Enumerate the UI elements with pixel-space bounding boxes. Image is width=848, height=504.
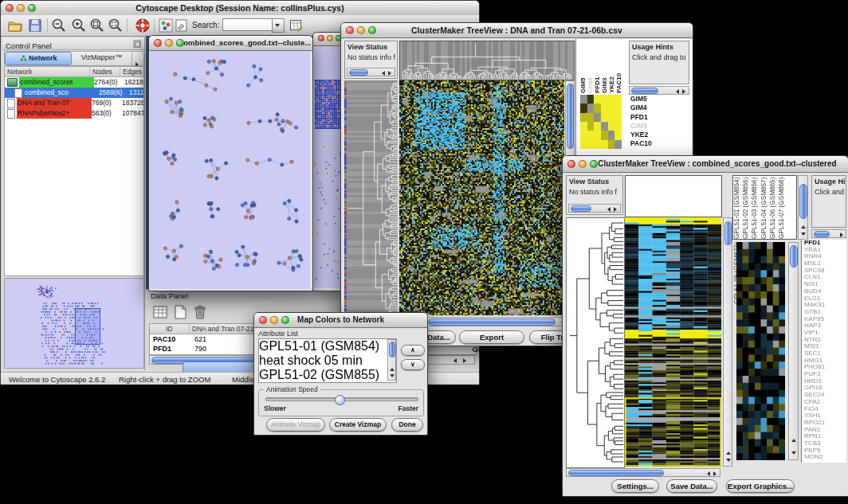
close-button[interactable] (259, 316, 267, 324)
slider-thumb[interactable] (335, 395, 345, 405)
list-item[interactable]: GIM4 (587, 42, 595, 93)
scroll-left-icon[interactable] (676, 89, 679, 94)
scroll-right-icon[interactable] (614, 207, 617, 212)
main-titlebar[interactable]: Cytoscape Desktop (Session Name: collins… (1, 1, 479, 16)
minimize-button[interactable] (270, 316, 278, 324)
tab-overflow-button[interactable] (132, 52, 143, 65)
delete-attribute-trash-icon[interactable] (192, 304, 208, 320)
close-button[interactable] (154, 39, 162, 47)
row-dendrogram-canvas[interactable] (566, 217, 625, 468)
col-header-network[interactable]: Network (5, 67, 90, 76)
zoom-window-button[interactable] (28, 4, 36, 12)
move-up-button[interactable]: ∧ (401, 345, 425, 356)
zoom-selected-icon[interactable] (108, 18, 124, 33)
list-item[interactable]: GPL51-02 (GSM855) heat shock 10 min (259, 368, 396, 383)
scroll-up-icon[interactable] (791, 439, 796, 442)
zoom-fit-icon[interactable] (89, 18, 105, 33)
list-item[interactable]: GPL51-02 (GSM855) (743, 177, 752, 239)
attribute-table-icon[interactable] (289, 18, 304, 33)
usage-hints-scrollbar[interactable] (811, 229, 846, 238)
array-summary-heatmap-canvas[interactable] (736, 242, 785, 460)
zoom-window-button[interactable] (368, 26, 376, 34)
annotation-icon[interactable] (175, 18, 189, 33)
gene-correlation-matrix[interactable] (580, 95, 622, 149)
summary-vscrollbar[interactable] (788, 242, 799, 460)
heatmap-vscrollbar[interactable] (723, 217, 732, 467)
scroll-thumb[interactable] (631, 88, 658, 94)
scroll-left-icon[interactable] (382, 71, 385, 76)
scroll-up-icon[interactable] (801, 225, 806, 229)
tab-network[interactable]: Network (5, 52, 72, 65)
list-item[interactable]: GPL51-01 (GSM854) heat shock 05 min (259, 339, 396, 368)
heatmap-hscrollbar[interactable] (566, 468, 720, 477)
scroll-thumb[interactable] (724, 221, 732, 245)
settings-button[interactable]: Settings... (611, 479, 659, 493)
row-dendrogram-canvas[interactable] (344, 80, 398, 315)
close-button[interactable] (346, 26, 354, 34)
search-dropdown-button[interactable] (272, 18, 285, 33)
export-graphics-button[interactable]: Export Graphics... (726, 479, 795, 493)
list-item[interactable]: GPL51-06 (GSM865) (770, 177, 779, 239)
search-input[interactable] (222, 18, 273, 31)
scroll-down-icon[interactable] (791, 451, 796, 455)
list-item[interactable]: PAC10 (616, 42, 623, 93)
scroll-up-icon[interactable] (390, 368, 395, 371)
network-row[interactable]: DNA and Tran 07 769(0) 183728(0) (5, 98, 143, 108)
network-row[interactable]: combined_sco 2569(6) 13112(15) (5, 88, 143, 98)
view-status-scrollbar[interactable] (347, 68, 395, 76)
list-item[interactable]: GPL51-04 (GSM857) (761, 177, 770, 239)
scroll-thumb[interactable] (349, 69, 368, 76)
list-item[interactable]: GIM5 (580, 42, 587, 93)
vizmapper-icon[interactable] (159, 18, 173, 33)
network-row[interactable]: combined_scores 2764(0) 16218(0) (5, 77, 143, 88)
scroll-down-icon[interactable] (801, 232, 806, 236)
column-labels-vscrollbar[interactable] (798, 175, 808, 240)
col-header-edges[interactable]: Edges (120, 67, 143, 76)
list-item[interactable]: GIM4 (630, 104, 686, 112)
heatmap-canvas[interactable] (399, 80, 564, 315)
scroll-thumb[interactable] (568, 470, 664, 476)
float-panel-icon[interactable] (133, 40, 141, 48)
view-status-scrollbar[interactable] (568, 204, 621, 213)
close-button[interactable] (567, 160, 575, 168)
tab-vizmapper[interactable]: VizMapper™ (72, 52, 132, 65)
zoom-window-button[interactable] (281, 316, 289, 324)
column-dendrogram-area[interactable] (625, 175, 722, 217)
scroll-thumb[interactable] (790, 245, 798, 268)
minimize-button[interactable] (579, 160, 587, 168)
zoom-window-button[interactable] (590, 160, 598, 168)
scroll-left-icon[interactable] (453, 358, 457, 363)
usage-hints-scrollbar[interactable] (629, 86, 689, 95)
scroll-thumb[interactable] (389, 342, 395, 357)
create-vizmap-button[interactable]: Create Vizmap (329, 418, 387, 432)
list-item[interactable]: YKE2 (630, 131, 686, 139)
table-view-icon[interactable] (152, 304, 168, 320)
list-item[interactable]: MON2 (804, 454, 846, 461)
minimize-button[interactable] (165, 39, 173, 47)
zoom-out-icon[interactable] (51, 18, 67, 33)
list-item[interactable]: GPL51-01 (GSM854) (734, 177, 743, 239)
zoom-window-button[interactable] (176, 39, 184, 47)
list-item[interactable]: PAC10 (630, 139, 686, 148)
move-down-button[interactable]: ∨ (401, 359, 425, 370)
done-button[interactable]: Done (391, 418, 423, 432)
list-item[interactable]: PFD1 (630, 113, 686, 122)
network-overview-canvas[interactable] (4, 278, 144, 369)
close-button[interactable] (6, 4, 14, 12)
attribute-list-vscrollbar[interactable] (387, 339, 396, 381)
animate-vizmap-button[interactable]: Animate Vizmap (266, 418, 325, 432)
list-item[interactable]: GIM3 (630, 122, 686, 131)
export-graphics-button[interactable]: Export Graphics... (459, 330, 524, 344)
list-item[interactable]: PFD1 (595, 42, 602, 93)
gene-label-list[interactable]: PFD1YRA1RNR4MSL1SPC98CLN1NIS1BUD4ELG1MAK… (801, 240, 846, 463)
list-item[interactable]: GIM3 (602, 42, 609, 93)
scroll-right-icon[interactable] (840, 232, 843, 237)
scroll-thumb[interactable] (571, 205, 591, 212)
list-item[interactable]: GPL51-03 (GSM856) (752, 177, 760, 239)
scroll-left-icon[interactable] (607, 207, 610, 212)
scroll-thumb[interactable] (799, 184, 807, 219)
save-icon[interactable] (27, 18, 43, 33)
scroll-right-icon[interactable] (463, 358, 466, 363)
minimize-button[interactable] (357, 26, 365, 34)
scroll-right-icon[interactable] (388, 71, 391, 76)
